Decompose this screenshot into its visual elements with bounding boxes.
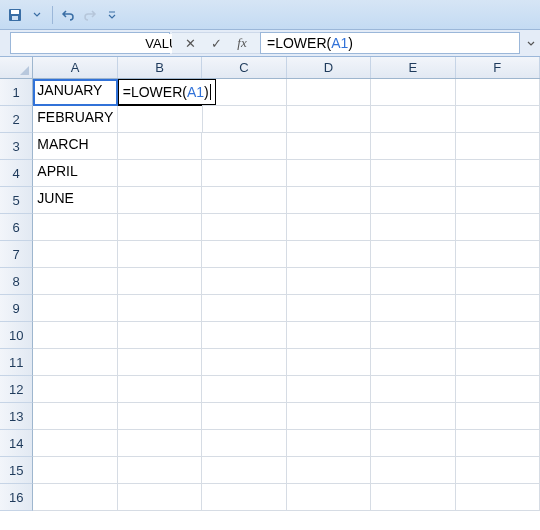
cell-E3[interactable]	[371, 133, 455, 160]
cell-A5[interactable]: JUNE	[33, 187, 117, 214]
cell-B15[interactable]	[118, 457, 202, 484]
cell-E14[interactable]	[371, 430, 455, 457]
cell-B12[interactable]	[118, 376, 202, 403]
select-all-corner[interactable]	[0, 57, 33, 78]
cell-D6[interactable]	[287, 214, 371, 241]
insert-function-icon[interactable]: fx	[232, 33, 252, 53]
cell-C15[interactable]	[202, 457, 286, 484]
cell-F3[interactable]	[456, 133, 540, 160]
row-header[interactable]: 15	[0, 457, 33, 484]
cell-D10[interactable]	[287, 322, 371, 349]
cell-A15[interactable]	[33, 457, 117, 484]
row-header[interactable]: 10	[0, 322, 33, 349]
cell-C9[interactable]	[202, 295, 286, 322]
cell-A3[interactable]: MARCH	[33, 133, 117, 160]
cell-A4[interactable]: APRIL	[33, 160, 117, 187]
cell-F13[interactable]	[456, 403, 540, 430]
cancel-icon[interactable]: ✕	[180, 33, 200, 53]
cell-F14[interactable]	[456, 430, 540, 457]
cell-B4[interactable]	[118, 160, 202, 187]
cell-E7[interactable]	[371, 241, 455, 268]
row-header[interactable]: 3	[0, 133, 33, 160]
cell-C6[interactable]	[202, 214, 286, 241]
column-header[interactable]: A	[33, 57, 117, 78]
cell-F2[interactable]	[456, 106, 540, 133]
cell-E13[interactable]	[371, 403, 455, 430]
cell-E2[interactable]	[371, 106, 455, 133]
cell-A8[interactable]	[33, 268, 117, 295]
redo-icon[interactable]	[81, 6, 99, 24]
cell-E16[interactable]	[371, 484, 455, 511]
cell-D5[interactable]	[287, 187, 371, 214]
cell-D14[interactable]	[287, 430, 371, 457]
cell-C12[interactable]	[202, 376, 286, 403]
cell-A14[interactable]	[33, 430, 117, 457]
cell-E10[interactable]	[371, 322, 455, 349]
row-header[interactable]: 14	[0, 430, 33, 457]
name-box[interactable]	[10, 32, 170, 54]
row-header[interactable]: 6	[0, 214, 33, 241]
row-header[interactable]: 8	[0, 268, 33, 295]
cell-F10[interactable]	[456, 322, 540, 349]
cell-C16[interactable]	[202, 484, 286, 511]
cell-B2[interactable]	[118, 106, 202, 133]
cell-A9[interactable]	[33, 295, 117, 322]
cell-A2[interactable]: FEBRUARY	[33, 106, 118, 133]
row-header[interactable]: 7	[0, 241, 33, 268]
cell-D11[interactable]	[287, 349, 371, 376]
cell-D12[interactable]	[287, 376, 371, 403]
qat-more-icon[interactable]	[103, 6, 121, 24]
cell-F11[interactable]	[456, 349, 540, 376]
cell-E15[interactable]	[371, 457, 455, 484]
cell-E12[interactable]	[371, 376, 455, 403]
cell-D2[interactable]	[287, 106, 371, 133]
cell-F1[interactable]	[456, 79, 540, 106]
enter-icon[interactable]: ✓	[206, 33, 226, 53]
cell-D4[interactable]	[287, 160, 371, 187]
cell-D9[interactable]	[287, 295, 371, 322]
row-header[interactable]: 4	[0, 160, 33, 187]
cell-A1[interactable]: JANUARY	[33, 79, 117, 106]
row-header[interactable]: 2	[0, 106, 33, 133]
cell-F5[interactable]	[456, 187, 540, 214]
cell-A7[interactable]	[33, 241, 117, 268]
cell-E6[interactable]	[371, 214, 455, 241]
cell-C5[interactable]	[202, 187, 286, 214]
column-header[interactable]: D	[287, 57, 371, 78]
cell-D1[interactable]	[287, 79, 371, 106]
undo-icon[interactable]	[59, 6, 77, 24]
cell-B13[interactable]	[118, 403, 202, 430]
cell-F16[interactable]	[456, 484, 540, 511]
cell-F4[interactable]	[456, 160, 540, 187]
row-header[interactable]: 1	[0, 79, 33, 106]
expand-formula-bar-icon[interactable]	[522, 30, 540, 56]
cell-E9[interactable]	[371, 295, 455, 322]
cell-B3[interactable]	[118, 133, 202, 160]
column-header[interactable]: E	[371, 57, 455, 78]
column-header[interactable]: C	[202, 57, 286, 78]
cell-B6[interactable]	[118, 214, 202, 241]
cell-D7[interactable]	[287, 241, 371, 268]
cell-B5[interactable]	[118, 187, 202, 214]
cell-C3[interactable]	[202, 133, 286, 160]
row-header[interactable]: 11	[0, 349, 33, 376]
cell-B7[interactable]	[118, 241, 202, 268]
cell-E1[interactable]	[371, 79, 455, 106]
formula-input[interactable]: =LOWER(A1)	[260, 32, 520, 54]
cell-C10[interactable]	[202, 322, 286, 349]
cell-D8[interactable]	[287, 268, 371, 295]
cell-A13[interactable]	[33, 403, 117, 430]
cell-B10[interactable]	[118, 322, 202, 349]
cell-B11[interactable]	[118, 349, 202, 376]
cell-A11[interactable]	[33, 349, 117, 376]
cell-C7[interactable]	[202, 241, 286, 268]
row-header[interactable]: 13	[0, 403, 33, 430]
cell-E11[interactable]	[371, 349, 455, 376]
cell-F7[interactable]	[456, 241, 540, 268]
cell-C14[interactable]	[202, 430, 286, 457]
cell-D15[interactable]	[287, 457, 371, 484]
cell-F15[interactable]	[456, 457, 540, 484]
cell-E8[interactable]	[371, 268, 455, 295]
cell-D13[interactable]	[287, 403, 371, 430]
cell-B8[interactable]	[118, 268, 202, 295]
